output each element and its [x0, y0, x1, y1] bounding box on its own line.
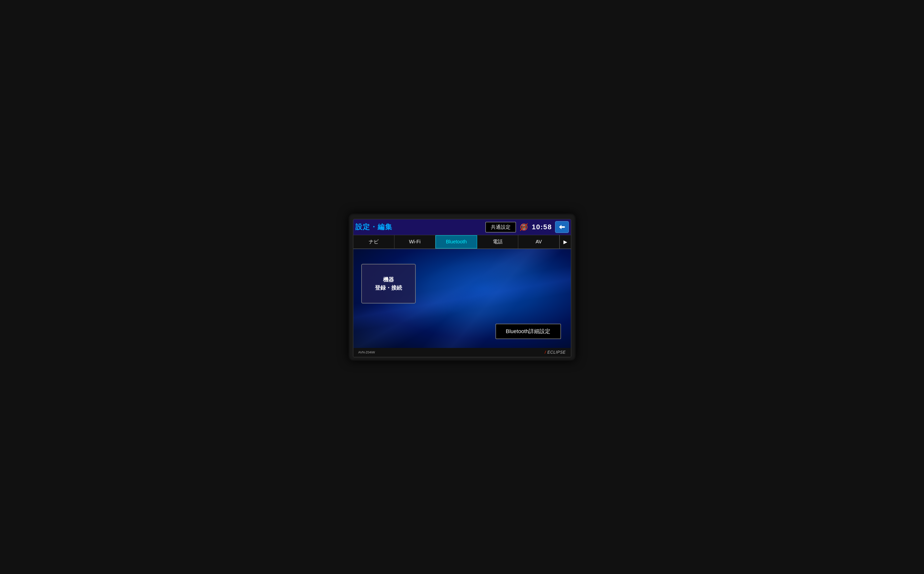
- top-bar: 設定・編集 共通設定 📵 10:58: [354, 219, 571, 235]
- screen: 設定・編集 共通設定 📵 10:58 ナビ Wi-Fi Bluetoot: [353, 219, 571, 357]
- svg-rect-1: [561, 226, 565, 228]
- model-label: AVN-Z04iW: [358, 350, 375, 354]
- time-display: 10:58: [532, 223, 552, 231]
- device-register-connect-button[interactable]: 機器 登録・接続: [361, 264, 416, 303]
- tab-navi[interactable]: ナビ: [354, 235, 394, 249]
- bottom-bar: AVN-Z04iW / ECLIPSE: [354, 348, 571, 357]
- tab-next-button[interactable]: ▶: [559, 235, 571, 249]
- tab-bar: ナビ Wi-Fi Bluetooth 電話 AV ▶: [354, 235, 571, 249]
- tab-av[interactable]: AV: [518, 235, 559, 249]
- brand-label: / ECLIPSE: [545, 350, 566, 355]
- main-content: 機器 登録・接続 Bluetooth詳細設定: [354, 249, 571, 348]
- back-button[interactable]: [555, 221, 569, 233]
- common-setting-button[interactable]: 共通設定: [486, 222, 516, 232]
- bluetooth-detail-settings-button[interactable]: Bluetooth詳細設定: [495, 324, 561, 339]
- tab-bluetooth[interactable]: Bluetooth: [435, 235, 477, 249]
- page-title: 設定・編集: [355, 222, 486, 232]
- tab-wifi[interactable]: Wi-Fi: [394, 235, 435, 249]
- tab-phone[interactable]: 電話: [477, 235, 518, 249]
- back-arrow-icon: [558, 224, 566, 230]
- device-frame: 設定・編集 共通設定 📵 10:58 ナビ Wi-Fi Bluetoot: [349, 213, 576, 361]
- brand-slash-icon: /: [545, 350, 546, 355]
- phone-disabled-icon: 📵: [520, 223, 528, 231]
